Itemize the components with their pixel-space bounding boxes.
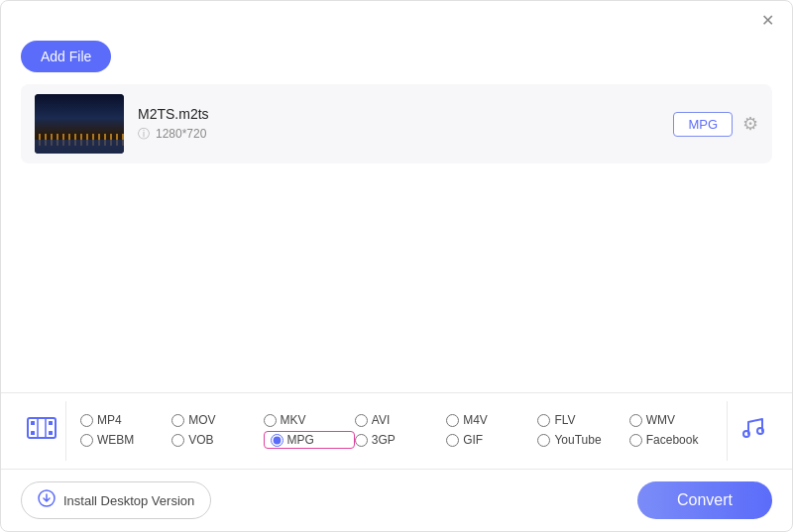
file-name: M2TS.m2ts: [138, 106, 659, 122]
label-wmv: WMV: [646, 413, 675, 427]
radio-mkv[interactable]: [264, 414, 277, 427]
format-mov[interactable]: MOV: [171, 413, 263, 427]
radio-3gp[interactable]: [355, 434, 368, 447]
label-m4v: M4V: [463, 413, 488, 427]
convert-button[interactable]: Convert: [637, 481, 772, 519]
file-actions: MPG ⚙: [673, 112, 758, 137]
main-window: ✕ Add File M2TS.m2ts ⓘ 1280*720 MPG: [0, 0, 793, 532]
top-bar: Add File: [1, 35, 792, 84]
format-selector: MP4 MOV MKV AVI M4V: [1, 393, 792, 469]
label-facebook: Facebook: [646, 433, 699, 447]
radio-avi[interactable]: [355, 414, 368, 427]
install-button[interactable]: Install Desktop Version: [21, 481, 211, 519]
radio-mov[interactable]: [171, 414, 184, 427]
file-resolution: 1280*720: [156, 127, 206, 141]
radio-vob[interactable]: [171, 434, 184, 447]
label-3gp: 3GP: [372, 433, 396, 447]
svg-rect-1: [31, 421, 35, 425]
film-icon-area: [17, 401, 66, 461]
radio-facebook[interactable]: [629, 434, 642, 447]
svg-point-8: [757, 428, 763, 434]
close-button[interactable]: ✕: [757, 11, 778, 31]
format-3gp[interactable]: 3GP: [355, 431, 446, 449]
format-facebook[interactable]: Facebook: [629, 431, 721, 449]
download-icon: [38, 489, 56, 511]
radio-youtube[interactable]: [537, 434, 550, 447]
radio-webm[interactable]: [80, 434, 93, 447]
svg-point-7: [743, 431, 749, 437]
label-webm: WEBM: [97, 433, 134, 447]
radio-flv[interactable]: [537, 414, 550, 427]
file-meta: ⓘ 1280*720: [138, 126, 659, 143]
file-item: M2TS.m2ts ⓘ 1280*720 MPG ⚙: [21, 84, 772, 163]
format-mpg[interactable]: MPG: [264, 431, 355, 449]
file-thumbnail: [35, 94, 124, 154]
label-mpg: MPG: [287, 433, 314, 447]
file-info: M2TS.m2ts ⓘ 1280*720: [138, 106, 659, 143]
add-file-button[interactable]: Add File: [21, 41, 111, 72]
format-youtube[interactable]: YouTube: [537, 431, 628, 449]
film-icon: [26, 412, 57, 451]
label-gif: GIF: [463, 433, 483, 447]
bottom-panel: MP4 MOV MKV AVI M4V: [1, 392, 792, 469]
radio-m4v[interactable]: [446, 414, 459, 427]
format-options: MP4 MOV MKV AVI M4V: [80, 413, 721, 449]
format-gif[interactable]: GIF: [446, 431, 537, 449]
format-badge-button[interactable]: MPG: [673, 112, 733, 137]
label-mkv: MKV: [281, 413, 306, 427]
radio-gif[interactable]: [446, 434, 459, 447]
radio-wmv[interactable]: [629, 414, 642, 427]
svg-rect-4: [49, 431, 53, 435]
footer: Install Desktop Version Convert: [1, 469, 792, 531]
radio-mp4[interactable]: [80, 414, 93, 427]
label-flv: FLV: [554, 413, 575, 427]
label-youtube: YouTube: [554, 433, 601, 447]
label-avi: AVI: [372, 413, 390, 427]
label-mp4: MP4: [97, 413, 122, 427]
svg-rect-2: [31, 431, 35, 435]
format-mkv[interactable]: MKV: [264, 413, 355, 427]
format-vob[interactable]: VOB: [171, 431, 263, 449]
install-label: Install Desktop Version: [63, 493, 194, 508]
format-m4v[interactable]: M4V: [446, 413, 537, 427]
format-wmv[interactable]: WMV: [629, 413, 721, 427]
label-mov: MOV: [188, 413, 215, 427]
format-webm[interactable]: WEBM: [80, 431, 171, 449]
music-icon: [738, 414, 766, 448]
format-avi[interactable]: AVI: [355, 413, 446, 427]
title-bar: ✕: [1, 1, 792, 35]
radio-mpg[interactable]: [271, 434, 283, 447]
file-list: M2TS.m2ts ⓘ 1280*720 MPG ⚙: [1, 84, 792, 392]
settings-icon[interactable]: ⚙: [742, 113, 758, 135]
svg-rect-3: [49, 421, 53, 425]
format-mp4[interactable]: MP4: [80, 413, 171, 427]
info-icon: ⓘ: [138, 126, 150, 143]
label-vob: VOB: [188, 433, 213, 447]
format-flv[interactable]: FLV: [537, 413, 628, 427]
audio-icon-area[interactable]: [727, 401, 776, 461]
